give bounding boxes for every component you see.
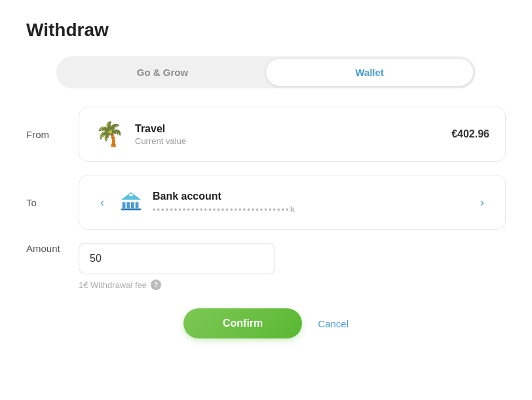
amount-input-wrap: 50 [79,243,506,274]
to-card-info: Bank account •••••••••••••••••••••••••••… [153,191,475,214]
from-card-info: Travel Current value [135,123,451,146]
tab-go-grow[interactable]: Go & Grow [59,59,266,86]
from-card: 🌴 Travel Current value €402.96 [79,107,506,162]
svg-rect-1 [126,202,130,209]
tab-wallet[interactable]: Wallet [266,59,473,86]
to-section: To ‹ Bank account ••••••••••••••••••••••… [26,175,506,230]
amount-input[interactable]: 50 [79,243,275,274]
from-account-value: €402.96 [451,128,489,140]
page-title: Withdraw [26,20,506,41]
svg-rect-0 [123,202,126,209]
fee-note-text: 1€ Withdrawal fee [79,280,147,290]
to-card: ‹ Bank account •••••••••••••••••••••••••… [79,175,506,230]
chevron-right-button[interactable]: › [475,193,489,212]
svg-rect-4 [121,208,141,210]
svg-rect-6 [129,194,133,196]
confirm-button[interactable]: Confirm [183,308,302,338]
amount-section: Amount 50 [26,243,506,274]
to-masked-account: ••••••••••••••••••••••••••••••••k [153,204,475,214]
to-label: To [26,197,79,208]
fee-note: 1€ Withdrawal fee ? [79,280,506,290]
from-account-subtitle: Current value [135,136,451,146]
from-account-name: Travel [135,123,451,135]
amount-label: Amount [26,243,79,254]
svg-rect-2 [131,202,134,209]
cancel-button[interactable]: Cancel [318,318,349,329]
button-row: Confirm Cancel [26,308,506,338]
svg-rect-3 [136,202,139,209]
from-section: From 🌴 Travel Current value €402.96 [26,107,506,162]
chevron-left-button[interactable]: ‹ [95,193,109,212]
tab-toggle: Go & Grow Wallet [56,56,476,88]
to-bank-title: Bank account [153,191,475,202]
bank-icon [119,189,143,216]
svg-marker-5 [121,192,141,200]
from-label: From [26,129,79,140]
fee-help-icon[interactable]: ? [151,280,161,290]
palm-icon: 🌴 [95,120,124,148]
